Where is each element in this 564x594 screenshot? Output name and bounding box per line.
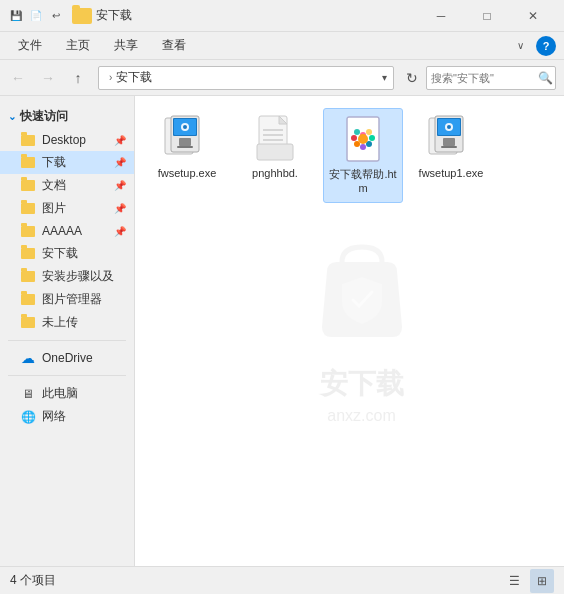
svg-rect-4 (179, 138, 191, 146)
new-icon[interactable]: 📄 (28, 8, 44, 24)
pictures-icon (20, 201, 36, 217)
menu-file[interactable]: 文件 (8, 33, 52, 58)
svg-point-19 (360, 144, 366, 150)
aaaaa-icon (20, 223, 36, 239)
back-button[interactable]: ← (4, 64, 32, 92)
refresh-button[interactable]: ↻ (400, 66, 424, 90)
file-label-fwsetup1: fwsetup1.exe (419, 166, 484, 180)
svg-point-7 (183, 125, 187, 129)
sidebar-item-onedrive[interactable]: ☁ OneDrive (0, 347, 134, 369)
file-grid: fwsetup.exe pnghhbd. (147, 108, 552, 203)
onedrive-icon: ☁ (20, 350, 36, 366)
file-item-fwsetup[interactable]: fwsetup.exe (147, 108, 227, 203)
search-input[interactable] (427, 72, 535, 84)
menu-bar: 文件 主页 共享 查看 ∨ ? (0, 32, 564, 60)
sidebar-item-pictures-label: 图片 (42, 200, 66, 217)
up-button[interactable]: ↑ (64, 64, 92, 92)
sidebar-item-documents[interactable]: 文档 📌 (0, 174, 134, 197)
desktop-icon (20, 132, 36, 148)
upload-folder-icon (20, 315, 36, 331)
grid-view-button[interactable]: ⊞ (530, 569, 554, 593)
documents-icon (20, 178, 36, 194)
sidebar-item-install[interactable]: 安装步骤以及 (0, 265, 134, 288)
pin-icon-aaaaa: 📌 (114, 226, 126, 237)
menu-view[interactable]: 查看 (152, 33, 196, 58)
help-button[interactable]: ? (536, 36, 556, 56)
sidebar-item-anzai-label: 安下载 (42, 245, 78, 262)
file-icon-htm (339, 115, 387, 163)
item-count: 4 个项目 (10, 572, 56, 589)
breadcrumb[interactable]: › 安下载 ▾ (98, 66, 394, 90)
file-icon-exe2 (427, 114, 475, 162)
minimize-button[interactable]: ─ (418, 0, 464, 32)
view-toggle: ☰ ⊞ (502, 569, 554, 593)
sidebar-item-pc[interactable]: 🖥 此电脑 (0, 382, 134, 405)
sidebar-item-pictures[interactable]: 图片 📌 (0, 197, 134, 220)
svg-point-21 (351, 135, 357, 141)
maximize-button[interactable]: □ (464, 0, 510, 32)
list-view-button[interactable]: ☰ (502, 569, 526, 593)
sidebar-item-desktop[interactable]: Desktop 📌 (0, 129, 134, 151)
network-icon: 🌐 (20, 409, 36, 425)
svg-rect-29 (441, 146, 457, 148)
sidebar-item-network-label: 网络 (42, 408, 66, 425)
sidebar-item-upload[interactable]: 未上传 (0, 311, 134, 334)
folder-title-icon (72, 8, 92, 24)
file-item-fwsetup1[interactable]: fwsetup1.exe (411, 108, 491, 203)
svg-point-16 (366, 129, 372, 135)
sidebar-item-install-label: 安装步骤以及 (42, 268, 114, 285)
sidebar-item-onedrive-label: OneDrive (42, 351, 93, 365)
toolbar: ← → ↑ › 安下载 ▾ ↻ 🔍 (0, 60, 564, 96)
menu-home[interactable]: 主页 (56, 33, 100, 58)
quick-access-header[interactable]: ⌄ 快速访问 (0, 104, 134, 129)
pin-icon-desktop: 📌 (114, 135, 126, 146)
search-bar[interactable]: 🔍 (426, 66, 556, 90)
downloads-icon (20, 155, 36, 171)
sidebar-item-downloads[interactable]: 下载 📌 (0, 151, 134, 174)
undo-icon[interactable]: ↩ (48, 8, 64, 24)
quick-access-label: 快速访问 (20, 108, 68, 125)
menu-expand-icon[interactable]: ∨ (509, 36, 532, 55)
title-bar: 💾 📄 ↩ 安下载 ─ □ ✕ (0, 0, 564, 32)
search-icon[interactable]: 🔍 (535, 71, 555, 85)
svg-point-23 (358, 134, 368, 144)
status-bar: 4 个项目 ☰ ⊞ (0, 566, 564, 594)
sidebar-divider-2 (8, 375, 126, 376)
save-icon[interactable]: 💾 (8, 8, 24, 24)
svg-rect-28 (443, 138, 455, 146)
file-item-pnghhbd[interactable]: pnghhbd. (235, 108, 315, 203)
pin-icon-documents: 📌 (114, 180, 126, 191)
sidebar-item-picmgr-label: 图片管理器 (42, 291, 102, 308)
sidebar-item-downloads-label: 下载 (42, 154, 66, 171)
file-icon-doc (251, 114, 299, 162)
svg-point-31 (447, 125, 451, 129)
watermark-text: 安下载 (320, 365, 404, 403)
sidebar-item-anzai[interactable]: 安下载 (0, 242, 134, 265)
title-bar-icons: 💾 📄 ↩ (8, 8, 64, 24)
sidebar-item-aaaaa-label: AAAAA (42, 224, 82, 238)
content-area: 安下载 anxz.com (135, 96, 564, 566)
watermark: 安下载 anxz.com (302, 237, 422, 425)
sidebar-item-network[interactable]: 🌐 网络 (0, 405, 134, 428)
breadcrumb-dropdown-icon[interactable]: ▾ (382, 72, 387, 83)
file-label-fwsetup: fwsetup.exe (158, 166, 217, 180)
sidebar-item-aaaaa[interactable]: AAAAA 📌 (0, 220, 134, 242)
pin-icon-downloads: 📌 (114, 157, 126, 168)
install-folder-icon (20, 269, 36, 285)
sidebar-item-documents-label: 文档 (42, 177, 66, 194)
file-label-anzai-htm: 安下载帮助.htm (328, 167, 398, 196)
svg-rect-13 (257, 144, 293, 160)
file-label-pnghhbd: pnghhbd. (252, 166, 298, 180)
menu-share[interactable]: 共享 (104, 33, 148, 58)
svg-point-22 (354, 129, 360, 135)
window-title: 安下载 (96, 7, 418, 24)
picmgr-folder-icon (20, 292, 36, 308)
file-icon-exe1 (163, 114, 211, 162)
sidebar-divider-1 (8, 340, 126, 341)
file-item-anzai-htm[interactable]: 安下载帮助.htm (323, 108, 403, 203)
close-button[interactable]: ✕ (510, 0, 556, 32)
sidebar-item-picmgr[interactable]: 图片管理器 (0, 288, 134, 311)
pc-icon: 🖥 (20, 386, 36, 402)
forward-button[interactable]: → (34, 64, 62, 92)
breadcrumb-separator: › (109, 72, 112, 83)
